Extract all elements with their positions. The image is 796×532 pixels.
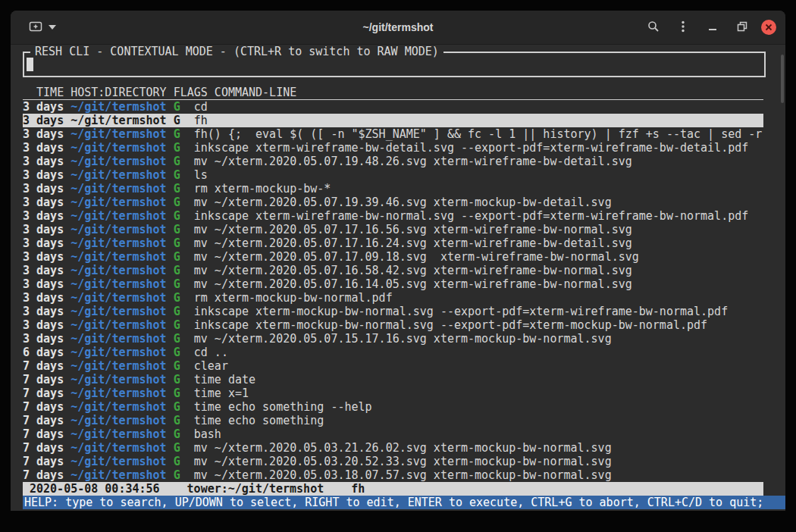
row-directory: ~/git/termshot	[71, 332, 166, 346]
row-flags: G	[174, 182, 180, 196]
row-command: clear	[194, 359, 228, 373]
window-title: ~/git/termshot	[363, 21, 434, 33]
row-time: 3 days	[23, 182, 64, 196]
row-flags: G	[174, 209, 180, 223]
titlebar-right	[643, 11, 776, 44]
new-tab-button[interactable]	[27, 17, 58, 38]
history-row[interactable]: 3 days ~/git/termshot G mv ~/xterm.2020.…	[23, 236, 763, 250]
history-row[interactable]: 3 days ~/git/termshot G mv ~/xterm.2020.…	[23, 277, 763, 291]
row-command: inkscape xterm-wireframe-bw-normal.svg -…	[194, 209, 749, 223]
row-command: mv ~/xterm.2020.05.07.16.58.42.svg xterm…	[194, 264, 632, 277]
row-directory: ~/git/termshot	[71, 250, 166, 264]
row-command: rm xterm-mockup-bw-*	[194, 182, 331, 196]
row-flags: G	[174, 141, 180, 155]
row-command: bash	[194, 427, 221, 441]
status-datetime: 2020-05-08 00:34:56	[30, 482, 160, 496]
history-row[interactable]: 7 days ~/git/termshot G bash	[23, 427, 763, 441]
minimize-button[interactable]	[702, 17, 723, 38]
row-flags: G	[174, 441, 180, 455]
history-row[interactable]: 3 days ~/git/termshot G rm xterm-mockup-…	[23, 291, 763, 305]
minimize-icon	[707, 21, 718, 34]
row-directory: ~/git/termshot	[71, 182, 166, 196]
history-row[interactable]: 3 days ~/git/termshot G mv ~/xterm.2020.…	[23, 264, 763, 277]
row-directory: ~/git/termshot	[71, 114, 166, 127]
row-directory: ~/git/termshot	[71, 277, 166, 291]
row-flags: G	[174, 455, 180, 468]
restore-button[interactable]	[732, 17, 753, 38]
row-flags: G	[174, 264, 180, 277]
history-row[interactable]: 7 days ~/git/termshot G clear	[23, 359, 763, 373]
row-time: 3 days	[23, 236, 64, 250]
row-flags: G	[174, 155, 180, 168]
row-command: mv ~/xterm.2020.05.07.15.17.16.svg xterm…	[194, 332, 612, 346]
row-time: 7 days	[23, 414, 64, 427]
history-row[interactable]: 3 days ~/git/termshot G cd	[23, 100, 763, 114]
titlebar[interactable]: ~/git/termshot	[11, 11, 785, 45]
history-row[interactable]: 3 days ~/git/termshot G fh() {; eval $( …	[23, 127, 763, 141]
row-flags: G	[174, 373, 180, 386]
scrollbar[interactable]	[781, 55, 784, 103]
row-command: inkscape xterm-mockup-bw-normal.svg --ex…	[194, 305, 728, 318]
row-directory: ~/git/termshot	[71, 155, 166, 168]
row-flags: G	[174, 468, 180, 482]
row-time: 3 days	[23, 196, 64, 209]
status-host-dir: tower:~/git/termshot	[187, 482, 324, 496]
row-flags: G	[174, 386, 180, 400]
row-command: inkscape xterm-mockup-bw-normal.svg --ex…	[194, 318, 707, 332]
history-row[interactable]: 3 days ~/git/termshot G mv ~/xterm.2020.…	[23, 332, 763, 346]
history-row[interactable]: 7 days ~/git/termshot G time echo someth…	[23, 414, 763, 427]
row-directory: ~/git/termshot	[71, 127, 166, 141]
history-row[interactable]: 3 days ~/git/termshot G ls	[23, 168, 763, 182]
row-time: 3 days	[23, 332, 64, 346]
history-row[interactable]: 7 days ~/git/termshot G time x=1	[23, 386, 763, 400]
history-row[interactable]: 3 days ~/git/termshot G mv ~/xterm.2020.…	[23, 250, 763, 264]
row-command: time x=1	[194, 386, 249, 400]
row-command: mv ~/xterm.2020.05.03.20.52.33.svg xterm…	[194, 455, 612, 468]
row-directory: ~/git/termshot	[71, 236, 166, 250]
history-row[interactable]: 3 days ~/git/termshot G inkscape xterm-m…	[23, 318, 763, 332]
row-directory: ~/git/termshot	[71, 305, 166, 318]
history-row[interactable]: 3 days ~/git/termshot G inkscape xterm-m…	[23, 305, 763, 318]
terminal-content[interactable]: RESH CLI - CONTEXTUAL MODE - (CTRL+R to …	[11, 52, 785, 511]
row-time: 3 days	[23, 100, 64, 114]
screen: ~/git/termshot	[0, 0, 796, 532]
search-input-box[interactable]: RESH CLI - CONTEXTUAL MODE - (CTRL+R to …	[23, 52, 766, 77]
row-command: cd ..	[194, 346, 228, 359]
history-row[interactable]: 3 days ~/git/termshot G mv ~/xterm.2020.…	[23, 155, 763, 168]
status-command: fh	[351, 482, 365, 496]
history-row[interactable]: 7 days ~/git/termshot G mv ~/xterm.2020.…	[23, 455, 763, 468]
row-flags: G	[174, 359, 180, 373]
row-time: 3 days	[23, 141, 64, 155]
row-flags: G	[174, 223, 180, 236]
row-command: mv ~/xterm.2020.05.07.19.39.46.svg xterm…	[194, 196, 612, 209]
menu-button[interactable]	[672, 17, 694, 38]
row-directory: ~/git/termshot	[71, 386, 166, 400]
history-row[interactable]: 7 days ~/git/termshot G time echo someth…	[23, 400, 763, 414]
history-row[interactable]: 3 days ~/git/termshot G inkscape xterm-w…	[23, 209, 763, 223]
row-time: 3 days	[23, 291, 64, 305]
history-row[interactable]: 3 days ~/git/termshot G mv ~/xterm.2020.…	[23, 196, 763, 209]
history-row[interactable]: 6 days ~/git/termshot G cd ..	[23, 346, 763, 359]
history-row[interactable]: 7 days ~/git/termshot G time date	[23, 373, 763, 386]
chevron-down-icon	[49, 25, 56, 30]
history-row[interactable]: 3 days ~/git/termshot G inkscape xterm-w…	[23, 141, 763, 155]
row-time: 7 days	[23, 386, 64, 400]
history-row[interactable]: 3 days ~/git/termshot G rm xterm-mockup-…	[23, 182, 763, 196]
row-directory: ~/git/termshot	[71, 373, 166, 386]
history-row[interactable]: 3 days ~/git/termshot G mv ~/xterm.2020.…	[23, 223, 763, 236]
row-flags: G	[174, 400, 180, 414]
row-time: 3 days	[23, 250, 64, 264]
history-row-selected[interactable]: 3 days ~/git/termshot G fh	[23, 114, 763, 127]
row-flags: G	[174, 414, 180, 427]
row-flags: G	[174, 332, 180, 346]
search-button[interactable]	[643, 17, 664, 38]
titlebar-left	[27, 17, 58, 38]
row-directory: ~/git/termshot	[71, 196, 166, 209]
row-flags: G	[174, 291, 180, 305]
history-row[interactable]: 7 days ~/git/termshot G mv ~/xterm.2020.…	[23, 468, 763, 482]
close-button[interactable]	[761, 20, 776, 35]
row-time: 6 days	[23, 346, 64, 359]
row-directory: ~/git/termshot	[71, 359, 166, 373]
history-row[interactable]: 7 days ~/git/termshot G mv ~/xterm.2020.…	[23, 441, 763, 455]
row-time: 7 days	[23, 400, 64, 414]
